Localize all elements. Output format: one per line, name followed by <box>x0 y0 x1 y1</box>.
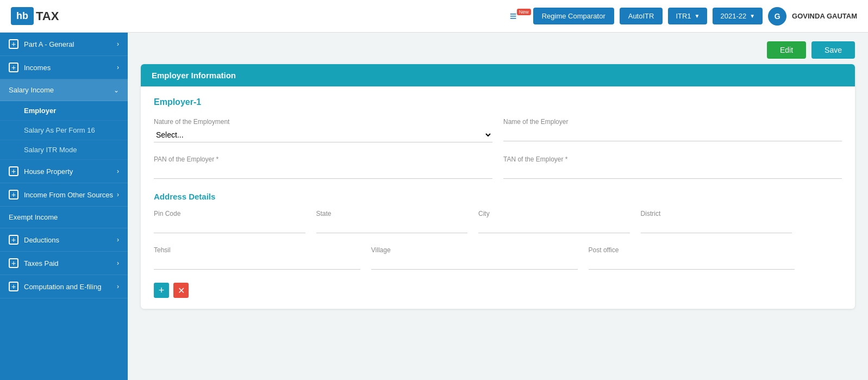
plus-icon-computation: + <box>9 282 18 291</box>
plus-icon-deductions: + <box>9 235 18 245</box>
form-row-1: Nature of the Employment Select... Gover… <box>154 118 842 142</box>
hamburger-icon[interactable]: ≡ <box>510 9 517 23</box>
pan-label: PAN of the Employer * <box>154 155 492 163</box>
sidebar-sub-item-salary-itr-mode[interactable]: Salary ITR Mode <box>0 140 128 160</box>
tehsil-input[interactable] <box>154 256 360 270</box>
form-row-address-1: Pin Code State City District <box>154 210 842 233</box>
plus-icon-house-property: + <box>9 166 18 176</box>
remove-employer-button[interactable]: ✕ <box>173 283 189 298</box>
sidebar: + Part A - General › + Incomes › Salary … <box>0 33 128 380</box>
form-group-tan: TAN of the Employer * <box>503 155 842 179</box>
sidebar-item-salary-income[interactable]: Salary Income ⌄ <box>0 79 128 101</box>
sidebar-label-computation: Computation and E-filing <box>24 283 117 291</box>
action-buttons: + ✕ <box>154 283 842 298</box>
add-employer-button[interactable]: + <box>154 283 169 298</box>
form-card-body: Employer-1 Nature of the Employment Sele… <box>141 86 855 309</box>
pan-input[interactable] <box>154 165 492 179</box>
tan-label: TAN of the Employer * <box>503 155 842 163</box>
village-input[interactable] <box>371 256 578 270</box>
form-card-header: Employer Information <box>141 64 855 86</box>
user-name: GOVINDA GAUTAM <box>792 12 857 20</box>
topnav: hb TAX ≡ New Regime Comparator AutoITR I… <box>0 0 868 33</box>
name-employer-label: Name of the Employer <box>503 118 842 126</box>
sub-label-employer: Employer <box>24 107 56 115</box>
pincode-label: Pin Code <box>154 210 305 217</box>
chevron-salary-income: ⌄ <box>114 86 119 94</box>
sub-label-salary-form16: Salary As Per Form 16 <box>24 126 95 134</box>
postoffice-label: Post office <box>589 246 795 254</box>
edit-button[interactable]: Edit <box>767 41 806 59</box>
main-content: Edit Save Employer Information Employer-… <box>128 33 868 380</box>
nav-right: New Regime Comparator AutoITR ITR1 ▼ 202… <box>517 7 857 26</box>
sidebar-sub-item-salary-form16[interactable]: Salary As Per Form 16 <box>0 121 128 140</box>
chevron-incomes: › <box>117 64 119 71</box>
chevron-house-property: › <box>117 167 119 175</box>
sidebar-item-part-a-general[interactable]: + Part A - General › <box>0 33 128 56</box>
save-button[interactable]: Save <box>811 41 855 59</box>
sidebar-item-house-property[interactable]: + House Property › <box>0 160 128 183</box>
form-group-tehsil: Tehsil <box>154 246 360 270</box>
sidebar-label-exempt-income: Exempt Income <box>9 213 119 221</box>
sidebar-label-part-a: Part A - General <box>24 40 117 48</box>
employer-form-card: Employer Information Employer-1 Nature o… <box>141 64 855 309</box>
plus-icon-incomes: + <box>9 63 18 72</box>
logo-area: hb TAX <box>11 7 59 25</box>
chevron-deductions: › <box>117 236 119 244</box>
year-dropdown-button[interactable]: 2021-22 ▼ <box>713 8 763 24</box>
year-dropdown-arrow: ▼ <box>750 13 755 19</box>
district-label: District <box>641 210 792 217</box>
itr-dropdown-button[interactable]: ITR1 ▼ <box>668 8 707 24</box>
form-card-title: Employer Information <box>152 71 236 80</box>
form-group-pincode: Pin Code <box>154 210 305 233</box>
plus-icon-taxes-paid: + <box>9 258 18 268</box>
sidebar-label-deductions: Deductions <box>24 236 117 244</box>
nature-employment-select[interactable]: Select... Government Public Sector Priva… <box>154 128 492 142</box>
form-group-district: District <box>641 210 792 233</box>
name-employer-input[interactable] <box>503 128 842 141</box>
tan-input[interactable] <box>503 165 842 179</box>
sub-label-salary-itr-mode: Salary ITR Mode <box>24 146 77 154</box>
form-group-name-employer: Name of the Employer <box>503 118 842 142</box>
pincode-input[interactable] <box>154 220 305 233</box>
form-row-address-2: Tehsil Village Post office <box>154 246 842 270</box>
autoidr-button[interactable]: AutoITR <box>620 8 663 24</box>
district-input[interactable] <box>641 220 792 233</box>
form-group-village: Village <box>371 246 578 270</box>
tehsil-label: Tehsil <box>154 246 360 254</box>
itr-dropdown-arrow: ▼ <box>695 13 700 19</box>
plus-icon-income-other: + <box>9 190 18 200</box>
sidebar-item-incomes[interactable]: + Incomes › <box>0 56 128 79</box>
itr-dropdown-label: ITR1 <box>676 12 691 20</box>
sidebar-item-taxes-paid[interactable]: + Taxes Paid › <box>0 252 128 275</box>
form-row-2: PAN of the Employer * TAN of the Employe… <box>154 155 842 179</box>
year-dropdown-label: 2021-22 <box>720 12 746 20</box>
plus-icon-part-a: + <box>9 39 18 49</box>
employer-title: Employer-1 <box>154 97 842 107</box>
new-badge: New <box>517 9 531 15</box>
sidebar-item-income-other-sources[interactable]: + Income From Other Sources › <box>0 183 128 207</box>
regime-comparator-button[interactable]: Regime Comparator <box>533 8 614 24</box>
postoffice-input[interactable] <box>589 256 795 270</box>
chevron-taxes-paid: › <box>117 259 119 267</box>
form-group-state: State <box>316 210 468 233</box>
layout: + Part A - General › + Incomes › Salary … <box>0 33 868 380</box>
form-group-postoffice: Post office <box>589 246 795 270</box>
chevron-part-a: › <box>117 40 119 48</box>
logo-hb: hb <box>11 7 34 25</box>
city-input[interactable] <box>478 220 630 233</box>
top-actions: Edit Save <box>128 33 868 64</box>
state-input[interactable] <box>316 220 468 233</box>
sidebar-item-deductions[interactable]: + Deductions › <box>0 228 128 252</box>
address-title: Address Details <box>154 192 842 201</box>
form-group-nature-employment: Nature of the Employment Select... Gover… <box>154 118 492 142</box>
chevron-computation: › <box>117 283 119 290</box>
sidebar-sub-item-employer[interactable]: Employer <box>0 101 128 121</box>
sidebar-label-salary-income: Salary Income <box>9 86 114 94</box>
nature-employment-label: Nature of the Employment <box>154 118 492 126</box>
village-label: Village <box>371 246 578 254</box>
sidebar-label-taxes-paid: Taxes Paid <box>24 259 117 267</box>
sidebar-label-incomes: Incomes <box>24 64 117 72</box>
user-avatar: G <box>768 7 786 26</box>
sidebar-item-exempt-income[interactable]: Exempt Income <box>0 207 128 228</box>
sidebar-item-computation-efiling[interactable]: + Computation and E-filing › <box>0 275 128 298</box>
